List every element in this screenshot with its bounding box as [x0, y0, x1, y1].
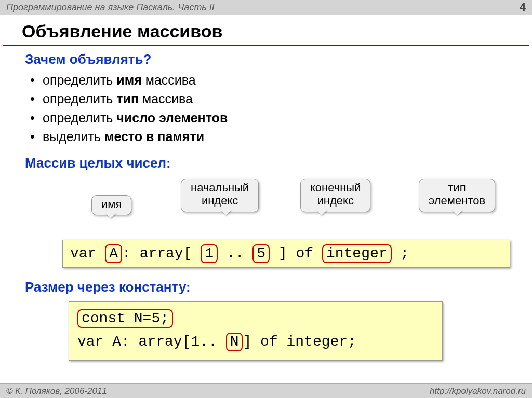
section-why-heading: Зачем объявлять? [25, 51, 513, 67]
var-line-pre: var A: array[1.. [77, 334, 217, 350]
code-var-declaration: var A: array[ 1 .. 5 ] of integer ; [62, 240, 510, 268]
list-item: определить число элементов [43, 108, 513, 127]
header-bar: Программирование на языке Паскаль. Часть… [0, 0, 532, 15]
callout-start-index: начальныйиндекс [181, 179, 259, 212]
array-declaration-diagram: имя начальныйиндекс конечныйиндекс типэл… [25, 177, 513, 268]
page-number: 4 [520, 1, 526, 14]
hl-type: integer [322, 244, 392, 263]
code-const-size: const N=5; var A: array[1.. N] of intege… [69, 301, 443, 361]
callout-end-index: конечныйиндекс [300, 179, 370, 212]
why-list: определить имя массива определить тип ма… [25, 71, 513, 146]
hl-start-index: 1 [201, 244, 218, 263]
course-title: Программирование на языке Паскаль. Часть… [6, 2, 215, 13]
section-int-array-heading: Массив целых чисел: [25, 155, 513, 171]
list-item: выделить место в памяти [43, 127, 513, 146]
list-item: определить тип массива [43, 89, 513, 108]
hl-const-line: const N=5; [77, 309, 173, 328]
section-const-heading: Размер через константу: [25, 279, 513, 295]
footer-url: http://kpolyakov.narod.ru [430, 386, 526, 396]
callout-element-type: типэлементов [419, 179, 495, 212]
var-line-post: ] of integer; [243, 334, 356, 350]
callout-name: имя [91, 195, 131, 215]
hl-identifier: A [105, 244, 122, 263]
footer-bar: © К. Поляков, 2006-2011 http://kpolyakov… [0, 383, 532, 398]
hl-end-index: 5 [252, 244, 270, 263]
footer-copyright: © К. Поляков, 2006-2011 [6, 386, 107, 396]
slide-content: Зачем объявлять? определить имя массива … [0, 51, 532, 361]
hl-n: N [226, 333, 243, 351]
list-item: определить имя массива [43, 71, 513, 89]
slide-title: Объявление массивов [3, 15, 529, 46]
kw-var: var [70, 245, 96, 262]
